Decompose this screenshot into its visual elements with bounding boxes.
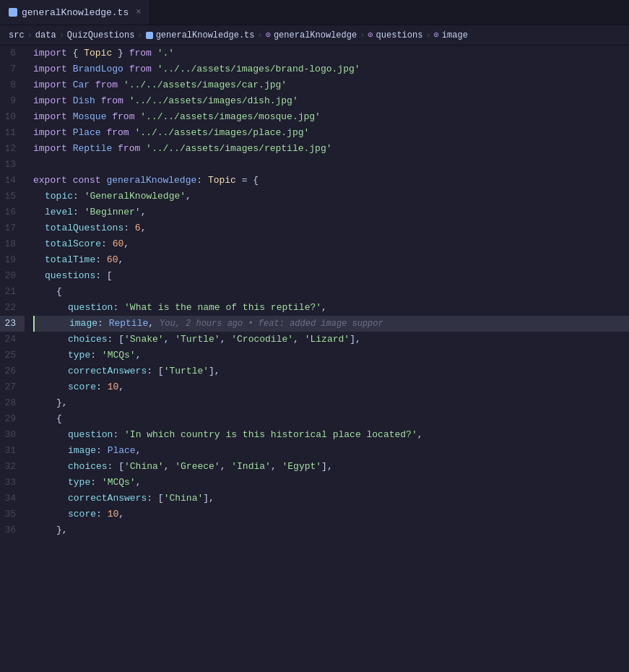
token: totalScore bbox=[45, 236, 101, 252]
breadcrumb-symbol3[interactable]: image bbox=[442, 30, 468, 40]
token: totalQuestions bbox=[45, 220, 123, 236]
token: from bbox=[129, 61, 152, 77]
token bbox=[33, 348, 68, 363]
breadcrumb-quizquestions[interactable]: QuizQuestions bbox=[67, 30, 135, 40]
token bbox=[134, 109, 140, 125]
line-number-13: 13 bbox=[0, 157, 25, 173]
token: from bbox=[101, 93, 123, 109]
token: 'Lizard' bbox=[305, 332, 350, 348]
line-number-14: 14 bbox=[0, 173, 25, 189]
breadcrumb-symbol1[interactable]: generalKnowledge bbox=[274, 30, 357, 40]
line-number-12: 12 bbox=[0, 141, 25, 157]
code-line-25: type: 'MCQs', bbox=[33, 348, 629, 363]
token: : bbox=[96, 379, 108, 395]
code-line-21: { bbox=[33, 284, 629, 300]
code-line-18: totalScore: 60, bbox=[33, 236, 629, 252]
token: question bbox=[68, 300, 113, 316]
breadcrumb-data[interactable]: data bbox=[35, 30, 56, 40]
token: from bbox=[106, 125, 129, 141]
token bbox=[33, 522, 56, 538]
code-line-12: import Reptile from '../../assets/images… bbox=[33, 141, 629, 157]
code-line-27: score: 10, bbox=[33, 379, 629, 395]
token: Reptile bbox=[73, 141, 113, 157]
token: '../../assets/images/mosque.jpg' bbox=[140, 109, 321, 125]
token: , bbox=[141, 220, 147, 236]
token bbox=[101, 125, 107, 141]
breadcrumb-src[interactable]: src bbox=[9, 30, 25, 40]
token bbox=[129, 125, 135, 141]
token: }, bbox=[56, 395, 68, 411]
token: level bbox=[45, 204, 73, 220]
line-number-22: 22 bbox=[0, 300, 25, 316]
line-number-23: 23 bbox=[0, 316, 25, 332]
token: , bbox=[220, 459, 232, 475]
token bbox=[33, 395, 56, 411]
code-line-35: score: 10, bbox=[33, 507, 629, 522]
token bbox=[140, 141, 146, 157]
token: , bbox=[220, 332, 232, 348]
token: correctAnswers bbox=[68, 363, 147, 379]
token: { bbox=[56, 284, 62, 300]
line-number-18: 18 bbox=[0, 236, 25, 252]
breadcrumb-filename[interactable]: generalKnowledge.ts bbox=[156, 30, 255, 40]
line-number-29: 29 bbox=[0, 411, 25, 427]
line-number-11: 11 bbox=[0, 125, 25, 141]
token: '../../assets/images/place.jpg' bbox=[134, 125, 309, 141]
token: , bbox=[321, 300, 327, 316]
code-line-6: import { Topic } from '.' bbox=[33, 46, 629, 61]
token: image bbox=[68, 443, 96, 459]
token: , bbox=[141, 204, 147, 220]
token: '../../assets/images/car.jpg' bbox=[123, 77, 287, 93]
token bbox=[123, 93, 129, 109]
token: : [ bbox=[147, 491, 163, 507]
token: 'MCQs' bbox=[102, 475, 136, 491]
token bbox=[152, 46, 157, 61]
token: from bbox=[112, 109, 134, 125]
code-line-16: level: 'Beginner', bbox=[33, 204, 629, 220]
git-blame: You, 2 hours ago • feat: added image sup… bbox=[160, 316, 383, 332]
token: : bbox=[96, 507, 108, 522]
token: : bbox=[101, 236, 113, 252]
token: import bbox=[33, 77, 67, 93]
code-line-17: totalQuestions: 6, bbox=[33, 220, 629, 236]
token: : bbox=[90, 475, 102, 491]
token bbox=[33, 507, 68, 522]
code-line-15: topic: 'GeneralKnowledge', bbox=[33, 189, 629, 204]
line-number-7: 7 bbox=[0, 61, 25, 77]
token: : bbox=[95, 252, 107, 268]
token: from bbox=[95, 77, 118, 93]
code-area[interactable]: import { Topic } from '.'import BrandLog… bbox=[30, 46, 629, 672]
token: , bbox=[118, 252, 123, 268]
token bbox=[35, 316, 69, 332]
token: Topic bbox=[84, 46, 112, 61]
token: 60 bbox=[113, 236, 124, 252]
token: const bbox=[73, 173, 101, 189]
token bbox=[33, 284, 56, 300]
token: , bbox=[271, 459, 282, 475]
code-line-34: correctAnswers: ['China'], bbox=[33, 491, 629, 507]
token: from bbox=[129, 46, 152, 61]
token bbox=[67, 77, 73, 93]
token: from bbox=[118, 141, 140, 157]
line-number-6: 6 bbox=[0, 46, 25, 61]
token: ], bbox=[209, 363, 220, 379]
breadcrumb-symbol2[interactable]: questions bbox=[376, 30, 423, 40]
breadcrumb-symbol-icon2: ⊙ bbox=[368, 30, 373, 40]
token: Place bbox=[73, 125, 101, 141]
line-number-31: 31 bbox=[0, 443, 25, 459]
token bbox=[33, 332, 68, 348]
active-tab[interactable]: generalKnowledge.ts × bbox=[0, 0, 150, 25]
code-line-32: choices: ['China', 'Greece', 'India', 'E… bbox=[33, 459, 629, 475]
breadcrumb-symbol-icon1: ⊙ bbox=[266, 30, 271, 40]
token bbox=[33, 300, 68, 316]
token: image bbox=[69, 316, 97, 332]
token: , bbox=[118, 507, 124, 522]
line-number-34: 34 bbox=[0, 491, 25, 507]
tab-close-button[interactable]: × bbox=[136, 7, 141, 17]
token: import bbox=[33, 46, 67, 61]
token bbox=[33, 220, 45, 236]
token bbox=[67, 109, 73, 125]
token: } bbox=[112, 46, 129, 61]
token: Car bbox=[73, 77, 90, 93]
tab-bar: generalKnowledge.ts × bbox=[0, 0, 629, 25]
